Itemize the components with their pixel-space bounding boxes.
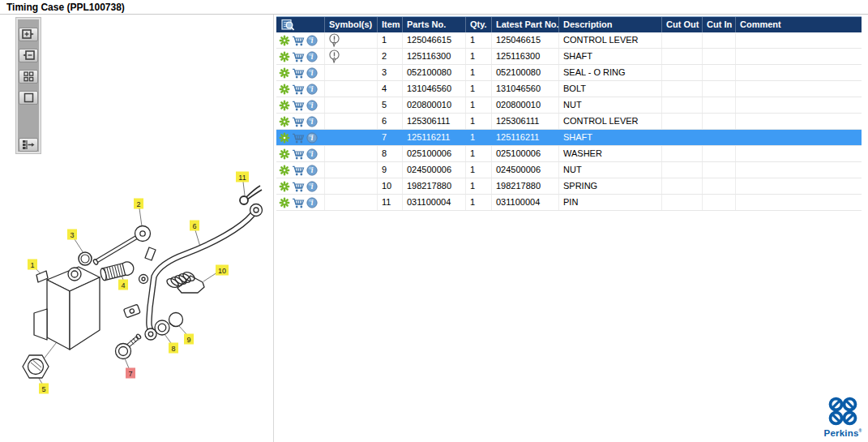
diagram-callout-6[interactable]: 6: [190, 221, 199, 231]
cell-cut-out: [662, 146, 703, 161]
info-icon[interactable]: i: [306, 181, 318, 192]
diagram-callout-1[interactable]: 1: [28, 260, 37, 270]
table-row[interactable]: i110311000041031100004PIN: [276, 195, 862, 211]
info-icon[interactable]: i: [306, 35, 318, 46]
gear-icon[interactable]: [279, 84, 290, 95]
table-body: i11250466151125046615CONTROL LEVERi21251…: [276, 32, 862, 211]
cart-icon[interactable]: [292, 165, 305, 176]
part-bolt[interactable]: [116, 333, 142, 358]
header-cell-parts-no[interactable]: Parts No.: [403, 17, 466, 32]
table-row[interactable]: i41310465601131046560BOLT: [276, 81, 862, 97]
diagram-callout-3[interactable]: 3: [67, 230, 77, 240]
cell-cut-out: [662, 65, 703, 80]
table-row[interactable]: i71251162111125116211SHAFT: [276, 130, 862, 146]
header-cell-qty[interactable]: Qty.: [466, 17, 492, 32]
diagram-callout-11[interactable]: 11: [236, 172, 249, 182]
table-row[interactable]: i101982178801198217880SPRING: [276, 178, 862, 195]
table-row[interactable]: i50208000101020800010NUT: [276, 97, 862, 114]
cell-symbol: [325, 162, 378, 178]
info-icon[interactable]: i: [306, 100, 318, 111]
gear-icon[interactable]: [279, 100, 290, 111]
cell-item: 9: [378, 162, 403, 178]
zoom-in-button[interactable]: [19, 28, 38, 41]
fit-view-button[interactable]: [19, 91, 38, 105]
info-icon[interactable]: i: [306, 165, 318, 176]
gear-icon[interactable]: [279, 116, 290, 127]
cart-icon[interactable]: [292, 132, 305, 144]
table-row[interactable]: i90245000061024500006NUT: [276, 162, 862, 178]
cart-icon[interactable]: [292, 116, 305, 127]
cart-icon[interactable]: [292, 148, 305, 160]
cell-qty: 1: [466, 130, 492, 145]
cell-actions: i: [276, 130, 325, 145]
diagram-callout-8[interactable]: 8: [169, 343, 178, 354]
part-spring[interactable]: [165, 270, 204, 293]
header-cell-item[interactable]: Item: [378, 17, 403, 32]
zoom-out-button[interactable]: [19, 49, 38, 62]
header-cell-latest-part-no[interactable]: Latest Part No.: [492, 17, 559, 32]
cart-icon[interactable]: [292, 197, 305, 208]
cell-parts-no: 125046615: [403, 32, 466, 48]
gear-icon[interactable]: [279, 181, 290, 192]
cell-symbol: [325, 81, 378, 97]
cart-icon[interactable]: [292, 51, 305, 62]
cell-latest-part-no: 125116300: [492, 49, 559, 64]
toggle-panel-button[interactable]: [19, 138, 38, 152]
info-icon[interactable]: i: [306, 148, 318, 160]
diagram-callout-5[interactable]: 5: [39, 384, 49, 394]
header-cell-cut-out[interactable]: Cut Out: [662, 17, 703, 32]
info-icon[interactable]: i: [306, 116, 318, 127]
cart-icon[interactable]: [292, 84, 305, 95]
diagram-callout-4[interactable]: 4: [118, 280, 128, 290]
cart-icon[interactable]: [292, 100, 305, 111]
table-row[interactable]: i30521000801052100080SEAL - O RING: [276, 65, 862, 81]
perkins-wordmark: Perkins®: [824, 426, 862, 439]
gear-icon[interactable]: [279, 148, 290, 160]
gear-icon[interactable]: [279, 35, 290, 46]
svg-text:i: i: [311, 199, 314, 207]
table-row[interactable]: i80251000061025100006WASHER: [276, 146, 862, 162]
svg-text:i: i: [311, 85, 314, 93]
header-cell-cut-in[interactable]: Cut In: [703, 17, 736, 32]
diagram-callout-2[interactable]: 2: [134, 199, 143, 209]
part-o-ring[interactable]: [79, 252, 92, 265]
gear-icon[interactable]: [279, 51, 290, 62]
part-cotter-pin[interactable]: [240, 186, 262, 204]
cell-symbol: [325, 146, 378, 161]
cell-actions: i: [276, 114, 325, 129]
part-washer[interactable]: [155, 320, 169, 335]
part-control-lever-housing[interactable]: [34, 267, 100, 350]
gear-icon[interactable]: [279, 197, 290, 208]
info-icon[interactable]: i: [306, 51, 318, 62]
part-hex-nut[interactable]: [23, 355, 49, 378]
diagram-callout-10[interactable]: 10: [216, 265, 229, 276]
header-cell-description[interactable]: Description: [559, 17, 662, 32]
part-dome-nut[interactable]: [169, 313, 183, 327]
part-bolt-plug[interactable]: [100, 260, 135, 281]
info-icon[interactable]: i: [306, 197, 318, 208]
table-row[interactable]: i11250466151125046615CONTROL LEVER: [276, 32, 862, 49]
cell-latest-part-no: 125116211: [492, 130, 559, 145]
app-window: Timing Case (PPL100738): [0, 0, 868, 442]
info-icon[interactable]: i: [306, 67, 318, 79]
diagram-callout-7[interactable]: 7: [126, 368, 135, 379]
cell-cut-in: [703, 32, 736, 48]
gear-icon[interactable]: [279, 67, 290, 79]
parts-list-search-icon[interactable]: [281, 19, 295, 32]
cart-icon[interactable]: [292, 67, 305, 79]
tile-view-button[interactable]: [19, 70, 38, 84]
info-icon[interactable]: i: [306, 84, 318, 95]
table-row[interactable]: i21251163001125116300SHAFT: [276, 49, 862, 65]
svg-text:7: 7: [128, 370, 132, 378]
cart-icon[interactable]: [292, 181, 305, 192]
gear-icon[interactable]: [279, 165, 290, 176]
part-shaft[interactable]: [92, 226, 150, 266]
diagram-callout-9[interactable]: 9: [184, 334, 194, 345]
gear-icon[interactable]: [279, 132, 290, 144]
cart-icon[interactable]: [292, 35, 305, 46]
svg-text:10: 10: [218, 267, 226, 275]
header-cell-symbols[interactable]: Symbol(s): [325, 17, 378, 32]
info-icon[interactable]: i: [306, 132, 318, 144]
header-cell-comment[interactable]: Comment: [736, 17, 862, 32]
table-row[interactable]: i61253061111125306111CONTROL LEVER: [276, 114, 862, 130]
